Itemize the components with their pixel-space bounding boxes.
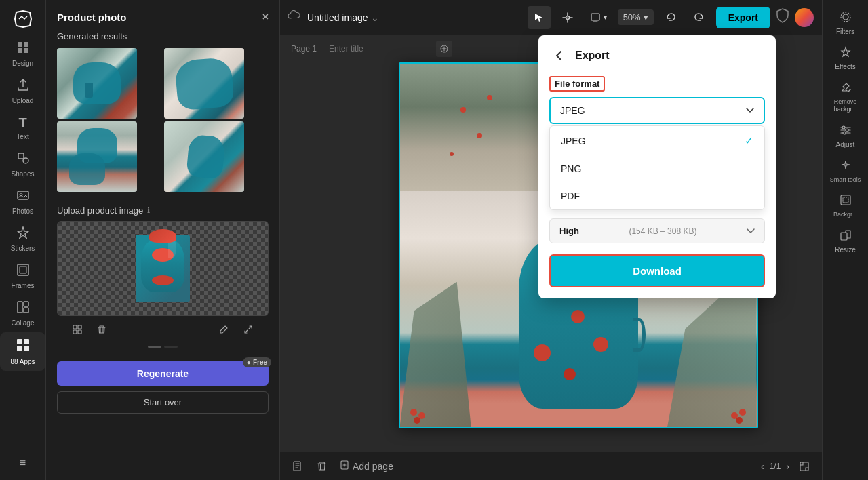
next-page-button[interactable]: › [786,461,789,472]
panel-close-button[interactable]: × [262,11,269,23]
sidebar-item-text-label: Text [16,133,28,140]
delete-tool-button[interactable] [92,320,111,339]
generated-image-4[interactable] [164,121,244,192]
filters-icon [840,11,852,26]
pan-tool-button[interactable] [556,6,579,29]
generated-image-3[interactable] [57,121,137,192]
right-panel-effects[interactable]: Effects [823,41,868,76]
grid-tool-button[interactable] [68,320,87,339]
regenerate-button[interactable]: Regenerate ● Free [57,361,269,386]
page-canvas-options-button[interactable] [436,41,452,57]
canvas-options-button[interactable]: ▾ [585,6,612,29]
delete-page-button[interactable] [313,458,331,474]
shapes-icon [16,151,30,168]
sidebar-item-menu[interactable]: ≡ [0,452,45,475]
right-panel-adjust[interactable]: Adjust [823,119,868,154]
main-area: Untitled image ⌄ ▾ 50% ▾ Export [280,0,822,480]
file-format-section: File format JPEG JPEG ✓ PNG PDF High [549,76,765,287]
svg-rect-18 [78,325,81,329]
sidebar-item-shapes-label: Shapes [12,170,35,178]
format-dropdown[interactable]: JPEG [549,97,765,124]
svg-rect-26 [800,462,808,471]
generated-image-2[interactable] [164,48,244,119]
svg-rect-11 [24,302,28,306]
right-panel: Filters Effects Remove backgr... Adjust … [822,0,868,480]
smart-tools-icon [840,159,852,174]
sidebar-item-photos[interactable]: Photos [0,183,45,220]
svg-rect-6 [18,191,28,199]
undo-button[interactable] [659,6,682,29]
upload-area[interactable] [57,221,269,316]
menu-icon: ≡ [20,457,26,469]
jpeg-check-icon: ✓ [745,134,753,147]
page-icon-button[interactable] [288,458,307,475]
zoom-selector[interactable]: 50% ▾ [618,9,654,25]
canvas-dropdown-icon: ▾ [604,14,607,21]
svg-rect-3 [24,48,28,53]
sidebar-item-text[interactable]: T Text [0,110,45,146]
file-format-label: File format [549,76,605,92]
download-button[interactable]: Download [549,254,765,287]
panel-header: Product photo × [46,0,279,31]
export-button[interactable]: Export [716,7,770,28]
select-tool-button[interactable] [528,6,551,29]
design-icon [16,41,30,58]
sidebar-item-collage[interactable]: Collage [0,295,45,332]
sidebar-item-frames-label: Frames [12,282,35,289]
sidebar-item-design[interactable]: Design [0,35,45,73]
add-page-button[interactable]: Add page [336,458,397,475]
panel-footer: Regenerate ● Free Start over [46,356,279,422]
right-panel-remove-bg[interactable]: Remove backgr... [823,76,868,119]
free-badge-icon: ● [247,359,251,366]
user-avatar[interactable] [795,8,814,27]
svg-rect-17 [73,325,77,329]
left-sidebar: Design Upload T Text Shapes Photos Stick… [0,0,46,480]
remove-bg-icon [840,81,852,96]
dropdown-chevron-icon: ⌄ [371,12,379,23]
svg-rect-15 [17,346,22,351]
smart-tools-label: Smart tools [830,176,861,184]
page-title-input[interactable] [329,44,431,54]
resize-icon [840,229,852,244]
export-panel: Export File format JPEG JPEG ✓ PNG PDF [538,35,776,298]
sidebar-item-stickers[interactable]: Stickers [0,220,45,258]
app-logo[interactable] [9,5,37,33]
adjust-icon [840,124,852,139]
quality-dropdown[interactable]: High (154 KB – 308 KB) [549,218,765,243]
background-icon [840,194,852,209]
export-back-button[interactable] [549,46,568,65]
right-panel-backgr[interactable]: Backgr... [823,188,868,224]
svg-point-5 [23,158,28,163]
svg-rect-34 [841,233,847,240]
stickers-icon [16,226,30,243]
cloud-icon [288,10,302,24]
start-over-button[interactable]: Start over [57,391,269,414]
redo-button[interactable] [688,6,711,29]
prev-page-button[interactable]: ‹ [761,461,764,472]
svg-rect-32 [841,195,850,205]
edit-tool-button[interactable] [214,320,233,339]
sidebar-item-apps-label: 88 Apps [10,358,35,365]
format-option-pdf[interactable]: PDF [550,182,764,209]
document-title[interactable]: Untitled image ⌄ [307,12,379,23]
expand-tool-button[interactable] [239,320,258,339]
sidebar-item-upload[interactable]: Upload [0,73,45,110]
format-option-jpeg[interactable]: JPEG ✓ [550,126,764,155]
resize-button[interactable] [795,458,814,475]
right-panel-smart-tools[interactable]: Smart tools [823,154,868,189]
upload-info-icon[interactable]: ℹ [147,206,150,215]
sidebar-item-apps[interactable]: 88 Apps [0,332,45,371]
generated-image-1[interactable] [57,48,137,119]
sidebar-item-frames[interactable]: Frames [0,258,45,295]
sidebar-item-shapes[interactable]: Shapes [0,146,45,183]
format-option-png[interactable]: PNG [550,155,764,182]
resize-label: Resize [835,246,856,254]
right-panel-resize[interactable]: Resize [823,224,868,259]
svg-rect-9 [20,266,26,273]
right-panel-filters[interactable]: Filters [823,5,868,41]
adjust-label: Adjust [836,141,855,148]
svg-point-27 [843,14,848,20]
shield-icon [776,8,789,26]
svg-rect-20 [78,330,81,334]
page-count: 1/1 [770,462,781,471]
